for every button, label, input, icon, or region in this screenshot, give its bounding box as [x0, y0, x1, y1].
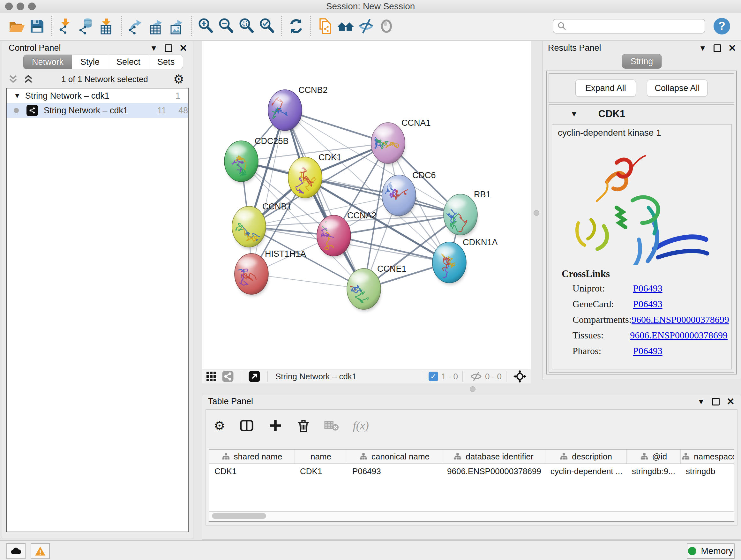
import-network-button[interactable]: [56, 16, 76, 37]
panel-float-icon[interactable]: [712, 398, 720, 406]
column-header-id[interactable]: @id: [627, 449, 681, 463]
crosslink-value-link[interactable]: 9606.ENSP00000378699: [631, 314, 729, 325]
crosslinks-block: CrossLinks Uniprot:P06493GeneCard:P06493…: [562, 268, 728, 361]
open-in-window-icon[interactable]: [248, 370, 260, 382]
table-cell[interactable]: CDK1: [295, 464, 347, 478]
tab-string[interactable]: String: [622, 54, 662, 69]
zoom-selected-region-button[interactable]: [257, 16, 277, 37]
network-node-CCNB1[interactable]: CCNB1: [229, 202, 291, 249]
column-header-description[interactable]: description: [545, 449, 627, 463]
help-button[interactable]: ?: [714, 18, 730, 35]
expand-all-button[interactable]: Expand All: [576, 79, 636, 97]
import-table-button[interactable]: [97, 16, 117, 37]
search-input[interactable]: [567, 21, 701, 32]
crosslink-value-link[interactable]: P06493: [633, 299, 663, 309]
panel-close-icon[interactable]: ✕: [728, 44, 736, 53]
entry-caret-icon[interactable]: ▼: [570, 110, 578, 118]
crosslink-value-link[interactable]: P06493: [633, 346, 663, 356]
center-view-icon[interactable]: [514, 370, 526, 383]
network-node-CDC6[interactable]: CDC6: [382, 171, 436, 218]
crosslink-label: Pharos:: [572, 346, 633, 356]
hide-selected-button[interactable]: [356, 16, 376, 37]
column-header-shared-name[interactable]: shared name: [209, 449, 295, 463]
tab-sets[interactable]: Sets: [149, 55, 183, 69]
crosslink-value-link[interactable]: 9606.ENSP00000378699: [630, 330, 728, 341]
network-node-CDC25B[interactable]: CDC25B: [224, 136, 289, 184]
collapse-all-icon[interactable]: [8, 74, 18, 84]
node-label: CCNA2: [347, 211, 377, 220]
export-table-button[interactable]: [146, 16, 166, 37]
collection-caret-icon[interactable]: ▼: [14, 91, 21, 100]
panel-float-icon[interactable]: [165, 44, 172, 52]
cloud-status-button[interactable]: [6, 543, 25, 559]
network-row[interactable]: String Network – cdk1 11 48: [7, 103, 188, 118]
zoom-in-button[interactable]: [196, 16, 216, 37]
network-selection-bar: 1 of 1 Network selected ⚙: [5, 72, 189, 86]
import-network-from-database-button[interactable]: [76, 16, 97, 37]
node-result-header[interactable]: ▼ CDK1: [549, 105, 734, 123]
hidden-eye-slash-icon[interactable]: [470, 371, 482, 382]
tab-style[interactable]: Style: [72, 55, 108, 69]
scrollbar-thumb[interactable]: [212, 513, 266, 519]
add-column-icon[interactable]: [268, 418, 283, 433]
tab-network[interactable]: Network: [23, 55, 72, 69]
apply-preferred-layout-button[interactable]: [286, 16, 307, 37]
change-network-home-button[interactable]: [335, 16, 356, 37]
panel-float-icon[interactable]: [714, 44, 721, 52]
expand-all-icon[interactable]: [23, 74, 33, 84]
column-header-namespace[interactable]: namespace: [681, 449, 734, 463]
network-canvas[interactable]: CCNB2CCNA1CDC25BCDK1CDC6RB1CCNB1CCNA2CDK…: [202, 41, 531, 369]
save-session-button[interactable]: [27, 16, 47, 37]
show-all-button[interactable]: [376, 16, 397, 37]
export-network-button[interactable]: [126, 16, 146, 37]
network-edge[interactable]: [285, 110, 364, 289]
toolbar-separator: [191, 16, 192, 36]
node-table[interactable]: shared namenamecanonical namedatabase id…: [209, 449, 734, 511]
table-cell[interactable]: stringdb: [681, 464, 734, 478]
table-cell[interactable]: cyclin-dependent ...: [545, 464, 627, 478]
table-row[interactable]: CDK1CDK1P064939606.ENSP00000378699cyclin…: [209, 464, 734, 478]
zoom-fit-content-button[interactable]: [237, 16, 257, 37]
network-node-CCNE1[interactable]: CCNE1: [337, 264, 406, 311]
node-label: CDC25B: [255, 136, 289, 146]
tab-select[interactable]: Select: [108, 55, 149, 69]
column-header-name[interactable]: name: [295, 449, 347, 463]
network-node-RB1[interactable]: RB1: [443, 190, 490, 238]
table-cell[interactable]: P06493: [347, 464, 442, 478]
clone-network-button[interactable]: [315, 16, 335, 37]
open-session-button[interactable]: [6, 16, 27, 37]
table-horizontal-scrollbar[interactable]: [209, 511, 734, 522]
table-cell[interactable]: CDK1: [209, 464, 295, 478]
table-header-row: shared namenamecanonical namedatabase id…: [209, 449, 734, 464]
export-image-button[interactable]: [166, 16, 187, 37]
column-header-canonical-name[interactable]: canonical name: [347, 449, 442, 463]
network-share-icon[interactable]: [222, 370, 234, 382]
table-cell[interactable]: 9606.ENSP00000378699: [442, 464, 545, 478]
network-node-CCNA1[interactable]: CCNA1: [371, 118, 431, 165]
network-node-HIST1H1A[interactable]: HIST1H1A: [223, 249, 306, 296]
panel-menu-icon[interactable]: ▼: [150, 44, 158, 53]
memory-button[interactable]: Memory: [687, 543, 735, 559]
overview-grid-icon[interactable]: [206, 371, 217, 382]
network-node-CDKN1A[interactable]: CDKN1A: [431, 238, 498, 285]
panel-close-icon[interactable]: ✕: [727, 397, 735, 407]
table-settings-gear-icon[interactable]: ⚙: [214, 419, 225, 432]
search-box[interactable]: [553, 19, 705, 34]
network-options-gear-icon[interactable]: ⚙: [173, 73, 184, 85]
delete-column-icon[interactable]: [297, 418, 310, 433]
warnings-button[interactable]: [30, 543, 50, 559]
collapse-all-button[interactable]: Collapse All: [647, 79, 708, 97]
horizontal-splitter-handle[interactable]: [470, 386, 475, 392]
split-column-icon[interactable]: [239, 418, 254, 433]
selected-checkbox-icon[interactable]: ✓: [428, 372, 438, 381]
column-header-database-identifier[interactable]: database identifier: [442, 449, 545, 463]
panel-menu-icon[interactable]: ▼: [699, 44, 706, 53]
crosslink-value-link[interactable]: P06493: [633, 283, 663, 294]
panel-menu-icon[interactable]: ▼: [697, 397, 705, 406]
table-cell[interactable]: stringdb:9...: [627, 464, 681, 478]
node-label: CDC6: [412, 171, 436, 180]
zoom-out-button[interactable]: [216, 16, 237, 37]
panel-close-icon[interactable]: ✕: [179, 44, 187, 53]
vertical-splitter-handle[interactable]: [534, 210, 539, 216]
network-collection-row[interactable]: ▼ String Network – cdk1 1: [7, 88, 188, 103]
